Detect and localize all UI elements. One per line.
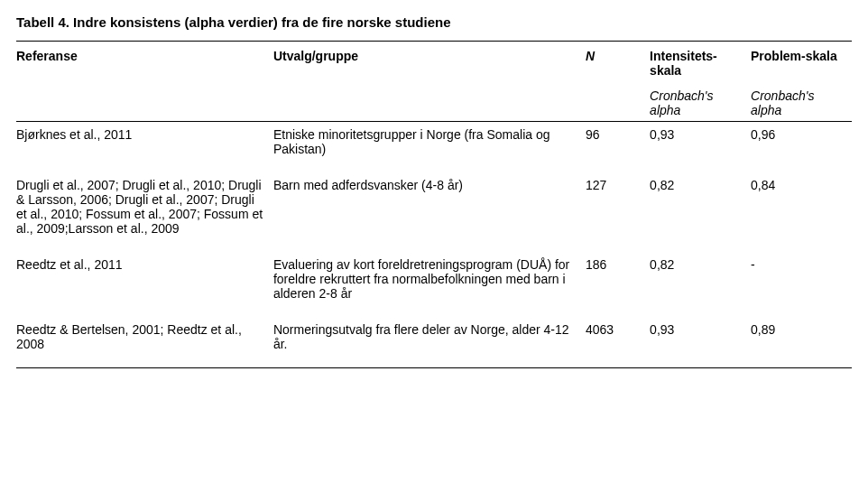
cell-intensity: 0,93 xyxy=(650,122,751,173)
cell-intensity: 0,82 xyxy=(650,252,751,317)
table-row: Reedtz & Bertelsen, 2001; Reedtz et al.,… xyxy=(16,317,852,368)
subheader-blank-2 xyxy=(273,83,586,122)
cell-ref: Drugli et al., 2007; Drugli et al., 2010… xyxy=(16,172,273,252)
cell-problem: 0,96 xyxy=(751,122,852,173)
cell-group: Etniske minoritetsgrupper i Norge (fra S… xyxy=(273,122,586,173)
header-problem: Problem-skala xyxy=(751,42,852,84)
table-row: Drugli et al., 2007; Drugli et al., 2010… xyxy=(16,172,852,252)
data-table: Referanse Utvalg/gruppe N Intensitets-sk… xyxy=(16,41,852,368)
cell-n: 186 xyxy=(586,252,650,317)
cell-intensity: 0,93 xyxy=(650,317,751,368)
subheader-blank-1 xyxy=(16,83,273,122)
cell-group: Normeringsutvalg fra flere deler av Norg… xyxy=(273,317,586,368)
cell-ref: Reedtz & Bertelsen, 2001; Reedtz et al.,… xyxy=(16,317,273,368)
header-group: Utvalg/gruppe xyxy=(273,42,586,84)
cell-group: Evaluering av kort foreldretreningsprogr… xyxy=(273,252,586,317)
cell-problem: 0,84 xyxy=(751,172,852,252)
cell-ref: Reedtz et al., 2011 xyxy=(16,252,273,317)
header-ref: Referanse xyxy=(16,42,273,84)
subheader-alpha-a: Cronbach's alpha xyxy=(650,83,751,122)
subheader-alpha-b: Cronbach's alpha xyxy=(751,83,852,122)
cell-group: Barn med adferdsvansker (4-8 år) xyxy=(273,172,586,252)
cell-problem: - xyxy=(751,252,852,317)
cell-intensity: 0,82 xyxy=(650,172,751,252)
table-row: Bjørknes et al., 2011Etniske minoritetsg… xyxy=(16,122,852,173)
table-title: Tabell 4. Indre konsistens (alpha verdie… xyxy=(16,9,852,41)
cell-ref: Bjørknes et al., 2011 xyxy=(16,122,273,173)
table-row: Reedtz et al., 2011Evaluering av kort fo… xyxy=(16,252,852,317)
cell-n: 4063 xyxy=(586,317,650,368)
subheader-blank-3 xyxy=(586,83,650,122)
header-n: N xyxy=(586,42,650,84)
header-intensity: Intensitets-skala xyxy=(650,42,751,84)
cell-n: 127 xyxy=(586,172,650,252)
cell-problem: 0,89 xyxy=(751,317,852,368)
cell-n: 96 xyxy=(586,122,650,173)
